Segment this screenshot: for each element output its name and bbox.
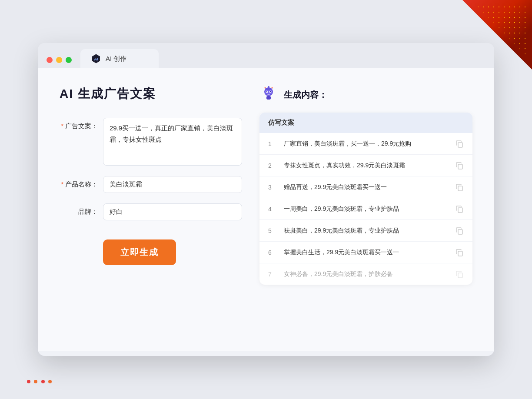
row-text: 女神必备，29.9元美白淡斑霜，护肤必备 (284, 269, 448, 279)
table-row: 1 厂家直销，美白淡斑霜，买一送一，29.9元抢购 (259, 133, 472, 155)
copy-icon[interactable] (455, 183, 464, 192)
row-number: 1 (268, 140, 277, 147)
product-name-field[interactable] (103, 176, 242, 193)
result-table: 仿写文案 1 厂家直销，美白淡斑霜，买一送一，29.9元抢购 2 专抹女性斑点，… (259, 113, 472, 285)
svg-rect-12 (266, 96, 271, 100)
dot-4 (48, 380, 52, 383)
robot-icon (259, 86, 278, 104)
copy-icon[interactable] (455, 248, 464, 257)
copy-icon[interactable] (455, 161, 464, 170)
svg-text:AI: AI (94, 57, 98, 61)
svg-point-10 (268, 86, 269, 88)
brand-field[interactable] (103, 203, 242, 220)
table-row: 3 赠品再送，29.9元美白淡斑霜买一送一 (259, 176, 472, 198)
traffic-light-green[interactable] (66, 57, 72, 63)
traffic-lights (47, 57, 72, 63)
label-brand: 品牌： (60, 203, 103, 216)
table-row: 4 一周美白，29.9元美白淡斑霜，专业护肤品 (259, 198, 472, 220)
right-panel: 生成内容： 仿写文案 1 厂家直销，美白淡斑霜，买一送一，29.9元抢购 2 专… (259, 86, 472, 333)
copy-icon[interactable] (455, 205, 464, 213)
dot-1 (27, 380, 30, 383)
row-text: 赠品再送，29.9元美白淡斑霜买一送一 (284, 183, 448, 192)
svg-rect-22 (458, 251, 462, 256)
traffic-light-yellow[interactable] (56, 57, 62, 63)
browser-tab[interactable]: AI AI 创作 (80, 49, 159, 68)
svg-point-16 (272, 87, 273, 89)
browser-window: AI AI 创作 AI 生成广告文案 *广告文案： 29.9买一送一，真正的厂家… (38, 43, 494, 356)
table-row: 5 祛斑美白，29.9元美白淡斑霜，专业护肤品 (259, 220, 472, 242)
table-row: 2 专抹女性斑点，真实功效，29.9元美白淡斑霜 (259, 155, 472, 176)
row-text: 专抹女性斑点，真实功效，29.9元美白淡斑霜 (284, 161, 448, 170)
table-row: 7 女神必备，29.9元美白淡斑霜，护肤必备 (259, 263, 472, 285)
row-text: 厂家直销，美白淡斑霜，买一送一，29.9元抢购 (284, 139, 448, 148)
result-title: 生成内容： (284, 89, 327, 101)
ai-tab-icon: AI (91, 53, 101, 64)
table-header: 仿写文案 (259, 113, 472, 133)
copy-icon[interactable] (455, 226, 464, 235)
svg-point-7 (266, 91, 267, 92)
row-number: 4 (268, 206, 277, 213)
form-group-product-name: *产品名称： (60, 176, 242, 193)
svg-point-8 (270, 91, 271, 92)
copy-icon[interactable] (455, 270, 464, 279)
result-rows-container: 1 厂家直销，美白淡斑霜，买一送一，29.9元抢购 2 专抹女性斑点，真实功效，… (259, 133, 472, 285)
row-number: 7 (268, 271, 277, 278)
svg-rect-19 (458, 186, 462, 191)
svg-point-15 (265, 87, 266, 89)
bottom-decoration (26, 378, 53, 386)
required-star-2: * (61, 180, 63, 188)
page-title: AI 生成广告文案 (60, 86, 242, 102)
copy-icon[interactable] (455, 140, 464, 148)
ad-copy-field[interactable]: 29.9买一送一，真正的厂家直销，美白淡斑霜，专抹女性斑点 (103, 118, 242, 166)
svg-rect-20 (458, 208, 462, 213)
result-header: 生成内容： (259, 86, 472, 104)
svg-rect-23 (458, 273, 462, 278)
label-ad-copy: *广告文案： (60, 118, 103, 130)
row-number: 3 (268, 184, 277, 191)
row-number: 5 (268, 227, 277, 234)
tab-title: AI 创作 (106, 55, 126, 63)
dot-2 (34, 380, 37, 383)
form-group-ad-copy: *广告文案： 29.9买一送一，真正的厂家直销，美白淡斑霜，专抹女性斑点 (60, 118, 242, 166)
svg-rect-18 (458, 164, 462, 169)
form-group-brand: 品牌： (60, 203, 242, 220)
left-panel: AI 生成广告文案 *广告文案： 29.9买一送一，真正的厂家直销，美白淡斑霜，… (60, 86, 242, 333)
label-product-name: *产品名称： (60, 176, 103, 189)
generate-button[interactable]: 立即生成 (103, 239, 176, 265)
required-star-1: * (61, 122, 63, 130)
row-text: 掌握美白生活，29.9元美白淡斑霜买一送一 (284, 248, 448, 257)
row-number: 6 (268, 249, 277, 256)
browser-chrome: AI AI 创作 (38, 43, 494, 68)
browser-content: AI 生成广告文案 *广告文案： 29.9买一送一，真正的厂家直销，美白淡斑霜，… (38, 68, 494, 351)
svg-rect-21 (458, 229, 462, 234)
dot-3 (41, 380, 45, 383)
svg-rect-11 (267, 94, 270, 95)
row-text: 一周美白，29.9元美白淡斑霜，专业护肤品 (284, 204, 448, 213)
row-number: 2 (268, 162, 277, 169)
table-row: 6 掌握美白生活，29.9元美白淡斑霜买一送一 (259, 242, 472, 263)
traffic-light-red[interactable] (47, 57, 53, 63)
row-text: 祛斑美白，29.9元美白淡斑霜，专业护肤品 (284, 226, 448, 235)
svg-rect-17 (458, 143, 462, 147)
